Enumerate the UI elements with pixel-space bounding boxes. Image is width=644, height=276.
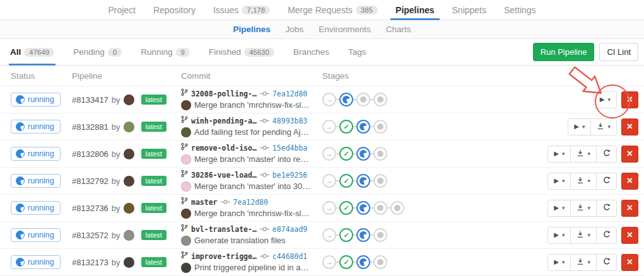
download-artifacts-button[interactable]: ▾ — [570, 173, 596, 189]
commit-sha-link[interactable]: 15ed4bba — [272, 142, 307, 154]
download-artifacts-button[interactable]: ▾ — [590, 119, 616, 135]
stage-arrow-icon[interactable] — [322, 174, 336, 188]
commit-author-avatar[interactable] — [181, 263, 191, 273]
user-avatar[interactable] — [124, 122, 134, 132]
stage-arrow-icon[interactable] — [322, 147, 336, 161]
commit-message-link[interactable]: Merge branch 'mrchrisw-fix-sl… — [194, 100, 309, 111]
download-artifacts-button[interactable]: ▾ — [570, 227, 596, 243]
nav-item-repository[interactable]: Repository — [153, 0, 196, 20]
commit-author-avatar[interactable] — [181, 209, 191, 219]
commit-message-link[interactable]: Generate translation files — [194, 235, 286, 246]
tab-running[interactable]: Running9 — [141, 39, 190, 65]
pipeline-id-link[interactable]: #8132173 — [72, 258, 108, 267]
tab-finished[interactable]: Finished45630 — [209, 39, 274, 65]
user-avatar[interactable] — [124, 203, 134, 214]
stage-running-icon[interactable] — [356, 255, 370, 269]
tab-tags[interactable]: Tags — [348, 39, 366, 65]
user-avatar[interactable] — [124, 176, 134, 187]
user-avatar[interactable] — [124, 257, 134, 268]
stage-dot-icon[interactable] — [373, 174, 387, 188]
branch-link[interactable]: master — [191, 197, 218, 208]
status-badge[interactable]: running — [11, 255, 61, 269]
stage-check-icon[interactable] — [339, 228, 353, 242]
cancel-pipeline-button[interactable] — [621, 146, 638, 163]
stage-arrow-icon[interactable] — [322, 201, 336, 215]
nav-item-project[interactable]: Project — [108, 0, 136, 20]
nav-item-snippets[interactable]: Snippets — [452, 0, 486, 20]
commit-message-link[interactable]: Merge branch 'mrchrisw-fix-sl… — [194, 208, 309, 219]
stage-running-icon[interactable] — [356, 147, 370, 161]
commit-message-link[interactable]: Merge branch 'master' into 30… — [194, 181, 310, 192]
commit-sha-link[interactable]: 7ea12d80 — [233, 197, 268, 208]
cancel-pipeline-button[interactable] — [621, 227, 638, 244]
stage-running-icon[interactable] — [356, 228, 370, 242]
nav-item-issues[interactable]: Issues7,178 — [213, 0, 270, 20]
commit-author-avatar[interactable] — [181, 127, 191, 137]
stage-arrow-icon[interactable] — [322, 255, 336, 269]
cancel-pipeline-button[interactable] — [621, 173, 638, 190]
pipeline-id-link[interactable]: #8132736 — [72, 204, 108, 213]
stage-dot-icon[interactable] — [373, 147, 387, 161]
pipeline-id-link[interactable]: #8132881 — [72, 122, 108, 132]
commit-author-avatar[interactable] — [181, 154, 191, 164]
branch-link[interactable]: remove-old-iso… — [191, 142, 257, 154]
pipeline-id-link[interactable]: #8132572 — [72, 231, 108, 240]
commit-author-avatar[interactable] — [181, 236, 191, 246]
status-badge[interactable]: running — [11, 93, 61, 106]
stage-dot-icon[interactable] — [390, 201, 404, 215]
user-avatar[interactable] — [124, 95, 134, 105]
play-button[interactable]: ▶▾ — [548, 200, 570, 216]
commit-sha-link[interactable]: e874aad9 — [272, 224, 307, 235]
tab-all[interactable]: All47649 — [10, 39, 54, 65]
branch-link[interactable]: winh-pending-a… — [191, 115, 257, 127]
commit-message-link[interactable]: Merge branch 'master' into re… — [194, 154, 308, 165]
status-badge[interactable]: running — [11, 228, 61, 242]
cancel-pipeline-button[interactable] — [621, 118, 638, 135]
tab-pending[interactable]: Pending0 — [73, 39, 122, 65]
commit-author-avatar[interactable] — [181, 181, 191, 192]
download-artifacts-button[interactable]: ▾ — [570, 255, 596, 270]
status-badge[interactable]: running — [11, 120, 61, 134]
stage-arrow-icon[interactable] — [322, 93, 336, 106]
stage-check-icon[interactable] — [339, 174, 353, 188]
cancel-pipeline-button[interactable] — [621, 254, 638, 271]
stage-dot-icon[interactable] — [373, 255, 387, 269]
status-badge[interactable]: running — [11, 147, 61, 161]
retry-button[interactable] — [596, 227, 616, 243]
stage-check-icon[interactable] — [339, 255, 353, 269]
play-button[interactable]: ▶▾ — [548, 227, 570, 243]
nav-item-settings[interactable]: Settings — [504, 0, 536, 20]
branch-link[interactable]: 30286-vue-load… — [191, 170, 257, 181]
stage-running-icon[interactable] — [356, 120, 370, 134]
retry-button[interactable] — [596, 200, 616, 216]
branch-link[interactable]: bvl-translate-… — [191, 224, 257, 235]
play-button[interactable]: ▶▾ — [548, 173, 570, 189]
stage-check-icon[interactable] — [339, 120, 353, 134]
stage-dot-icon[interactable] — [373, 228, 387, 242]
stage-check-icon[interactable] — [339, 147, 353, 161]
download-artifacts-button[interactable]: ▾ — [570, 200, 596, 216]
cancel-pipeline-button[interactable] — [621, 91, 638, 108]
stage-dot-icon[interactable] — [373, 93, 387, 106]
play-button[interactable]: ▶▾ — [548, 255, 570, 270]
commit-message-link[interactable]: Add failing test for pending Aj… — [194, 127, 308, 138]
nav-item-merge-requests[interactable]: Merge Requests385 — [288, 0, 378, 20]
stage-dot-icon[interactable] — [356, 93, 370, 106]
stage-check-icon[interactable] — [339, 201, 353, 215]
play-button[interactable]: ▶▾ — [594, 92, 616, 108]
nav-item-pipelines[interactable]: Pipelines — [395, 0, 434, 20]
subnav-item-pipelines[interactable]: Pipelines — [233, 25, 270, 34]
tab-branches[interactable]: Branches — [293, 39, 329, 65]
run-pipeline-button[interactable]: Run Pipeline — [533, 43, 595, 61]
status-badge[interactable]: running — [11, 174, 61, 188]
stage-running-icon[interactable] — [356, 174, 370, 188]
subnav-item-jobs[interactable]: Jobs — [286, 25, 304, 34]
download-artifacts-button[interactable]: ▾ — [570, 146, 596, 162]
stage-running-icon[interactable] — [356, 201, 370, 215]
user-avatar[interactable] — [124, 230, 134, 241]
commit-sha-link[interactable]: c44680d1 — [272, 251, 307, 262]
subnav-item-charts[interactable]: Charts — [386, 25, 411, 34]
commit-sha-link[interactable]: 48993b83 — [272, 115, 307, 127]
commit-sha-link[interactable]: be1e9256 — [272, 170, 307, 181]
stage-arrow-icon[interactable] — [322, 228, 336, 242]
